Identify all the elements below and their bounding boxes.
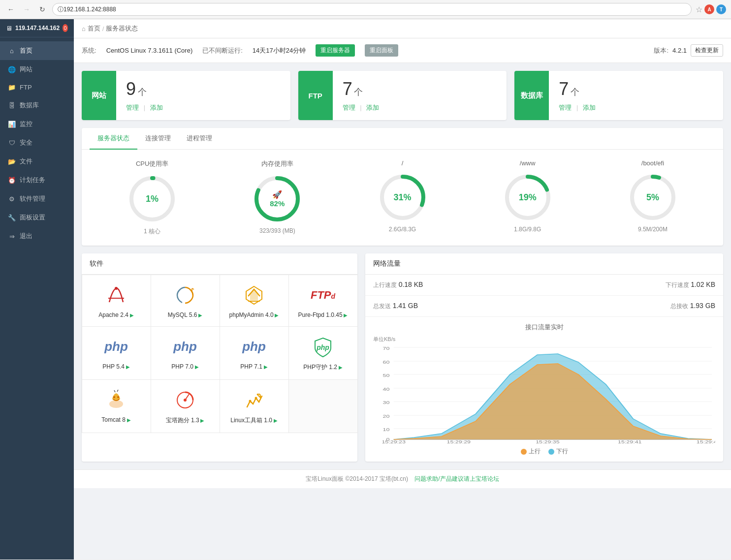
ftp-card-body: 7 个 管理 | 添加: [333, 71, 507, 120]
sidebar-nav: ⌂ 首页 🌐 网站 📁 FTP 🗄 数据库 📊 监控 🛡 安全: [0, 37, 74, 560]
network-panel: 网络流量 上行速度 0.18 KB 下行速度 1.02 KB: [365, 253, 723, 462]
legend-download: 下行: [548, 447, 568, 456]
legend-upload-label: 上行: [529, 447, 540, 456]
boot-title: /boot/efi: [590, 159, 715, 167]
tomcat-icon: [86, 388, 147, 412]
svg-text:15:29:35: 15:29:35: [536, 439, 560, 443]
software-item-apache[interactable]: Apache 2.4 ▶: [82, 275, 151, 327]
footer-copyright: 宝塔Linux面板 ©2014-2017 宝塔(bt.cn): [306, 475, 408, 482]
root-value: 31%: [393, 192, 411, 203]
software-item-tomcat[interactable]: Tomcat 8 ▶: [82, 379, 151, 433]
monitor-nav-icon: 📊: [8, 121, 16, 128]
svg-text:60: 60: [382, 360, 389, 365]
software-item-pureftpd[interactable]: FTPd Pure-Ftpd 1.0.45 ▶: [288, 275, 358, 327]
browser-actions: ☆ A T: [696, 4, 726, 14]
boot-circle: 5%: [628, 173, 677, 222]
address-bar[interactable]: ⓘ 192.168.1.242:8888: [52, 3, 692, 16]
sidebar-item-label: 安全: [20, 138, 32, 147]
uptime-label: 已不间断运行:: [202, 46, 243, 55]
svg-text:30: 30: [382, 400, 389, 405]
sidebar-item-home[interactable]: ⌂ 首页: [0, 41, 74, 60]
sidebar-item-ftp[interactable]: 📁 FTP: [0, 79, 74, 96]
website-add-link[interactable]: 添加: [150, 104, 163, 111]
download-speed-label: 下行速度: [666, 281, 689, 288]
check-update-button[interactable]: 检查更新: [691, 44, 723, 57]
sidebar-item-website[interactable]: 🌐 网站: [0, 60, 74, 79]
apache-name: Apache 2.4 ▶: [86, 311, 147, 318]
ext1-badge[interactable]: A: [704, 4, 714, 14]
sidebar-item-panel[interactable]: 🔧 面板设置: [0, 208, 74, 227]
database-stats-card: 数据库 7 个 管理 | 添加: [514, 71, 723, 120]
svg-point-18: [184, 399, 187, 402]
restart-panel-button[interactable]: 重启面板: [365, 44, 398, 57]
tab-connections[interactable]: 连接管理: [137, 128, 179, 150]
software-item-php70[interactable]: php PHP 7.0 ▶: [151, 326, 220, 380]
php54-name: PHP 5.4 ▶: [86, 363, 147, 370]
sidebar-item-logout[interactable]: ⇒ 退出: [0, 227, 74, 246]
memory-title: 内存使用率: [215, 159, 340, 168]
sidebar-item-files[interactable]: 📂 文件: [0, 152, 74, 171]
system-value: CentOS Linux 7.3.1611 (Core): [106, 47, 193, 54]
download-speed-stat: 下行速度 1.02 KB: [666, 280, 715, 289]
sidebar-item-software[interactable]: ⚙ 软件管理: [0, 189, 74, 208]
apache-icon: [86, 283, 147, 308]
website-manage-link[interactable]: 管理: [126, 104, 139, 111]
sidebar-item-database[interactable]: 🗄 数据库: [0, 96, 74, 115]
sidebar-item-label: 数据库: [20, 101, 39, 110]
tab-bar: 服务器状态 连接管理 进程管理: [82, 128, 723, 150]
chart-unit: 单位KB/s: [373, 336, 715, 343]
tab-server-status[interactable]: 服务器状态: [90, 128, 137, 150]
software-item-php54[interactable]: php PHP 5.4 ▶: [82, 326, 151, 380]
total-recv-value: 1.93 GB: [690, 302, 715, 310]
software-grid: Apache 2.4 ▶: [82, 275, 357, 433]
footer-help-link[interactable]: 问题求助/产品建议请上宝塔论坛: [414, 475, 499, 482]
php54-icon: php: [86, 335, 147, 359]
software-item-bttrace[interactable]: 宝塔跑分 1.3 ▶: [151, 379, 220, 433]
ftp-add-link[interactable]: 添加: [366, 104, 379, 111]
software-item-linuxtool[interactable]: Linux工具箱 1.0 ▶: [220, 379, 289, 433]
phpmyadmin-icon: [224, 283, 285, 308]
total-recv-label: 总接收: [670, 303, 688, 310]
forward-button[interactable]: →: [21, 3, 32, 15]
software-item-phpguard[interactable]: php PHP守护 1.2 ▶: [288, 326, 358, 380]
root-subtitle: 2.6G/8.3G: [340, 226, 465, 233]
memory-subtitle: 323/393 (MB): [215, 227, 340, 234]
root-title: /: [340, 159, 465, 167]
ftp-count: 7 个: [343, 79, 497, 99]
svg-text:15:29:29: 15:29:29: [446, 439, 471, 443]
scheduled-icon: ⏰: [8, 177, 16, 184]
ftp-stats-card: FTP 7 个 管理 | 添加: [298, 71, 507, 120]
ftp-manage-link[interactable]: 管理: [343, 104, 355, 111]
total-send-value: 1.41 GB: [393, 302, 418, 310]
restart-server-button[interactable]: 重启服务器: [316, 44, 355, 57]
mysql-name: MySQL 5.6 ▶: [155, 311, 216, 318]
sidebar-item-label: 软件管理: [20, 194, 45, 203]
www-value: 19%: [519, 192, 537, 203]
database-card-label: 数据库: [514, 71, 549, 120]
sidebar-item-label: 计划任务: [20, 176, 45, 185]
tab-processes[interactable]: 进程管理: [179, 128, 220, 150]
back-button[interactable]: ←: [5, 3, 17, 15]
sidebar-item-monitor[interactable]: 📊 监控: [0, 115, 74, 133]
svg-text:php: php: [316, 343, 329, 351]
database-manage-link[interactable]: 管理: [559, 104, 572, 111]
ftp-actions: 管理 | 添加: [343, 103, 497, 112]
ftp-card-label: FTP: [298, 71, 333, 120]
svg-text:50: 50: [382, 373, 389, 378]
sidebar-item-scheduled[interactable]: ⏰ 计划任务: [0, 171, 74, 189]
website-count: 9 个: [126, 79, 281, 99]
software-item-empty: [288, 379, 358, 433]
reload-button[interactable]: ↻: [36, 3, 48, 15]
panel-icon: 🔧: [8, 214, 16, 221]
php70-icon: php: [155, 335, 216, 359]
bookmark-button[interactable]: ☆: [696, 5, 702, 14]
network-panel-header: 网络流量: [365, 253, 723, 275]
software-item-php71[interactable]: php PHP 7.1 ▶: [220, 326, 289, 380]
ext2-badge[interactable]: T: [716, 4, 726, 14]
breadcrumb-home[interactable]: 首页: [88, 24, 100, 33]
pureftpd-name: Pure-Ftpd 1.0.45 ▶: [293, 311, 353, 318]
software-item-mysql[interactable]: MySQL 5.6 ▶: [151, 275, 220, 327]
sidebar-item-security[interactable]: 🛡 安全: [0, 133, 74, 152]
software-item-phpmyadmin[interactable]: phpMyAdmin 4.0 ▶: [220, 275, 289, 327]
database-add-link[interactable]: 添加: [583, 104, 596, 111]
